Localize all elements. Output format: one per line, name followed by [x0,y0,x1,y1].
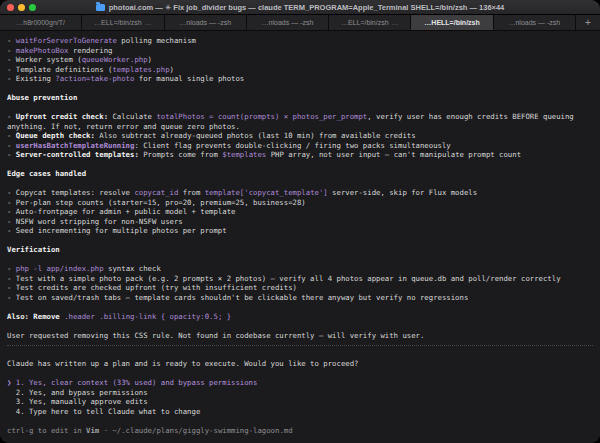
terminal-line: - Per-plan step counts (starter=15, pro=… [7,198,593,208]
terminal-line: - NSFW word stripping for non-NSFW users [7,217,593,227]
terminal-line: - Seed incrementing for multiple photos … [7,226,593,236]
tab-label: …nloads — -zsh [179,19,231,26]
tab-activity-indicator: … [392,19,399,26]
terminal-line: - Auto-frontpage for admin + public mode… [7,207,593,217]
tab-5[interactable]: …ELL=/bin/zsh… [329,15,411,30]
new-tab-button[interactable]: + [576,15,600,30]
terminal-line [7,236,593,246]
window-title-wrap: photoai.com — ✳ Fix job_divider bugs — c… [0,3,600,12]
terminal-line [7,321,593,331]
terminal-line: - Test credits are checked upfront (try … [7,283,593,293]
tab-1[interactable]: …h8r0000gn/T/ [0,15,82,30]
title-bar: photoai.com — ✳ Fix job_divider bugs — c… [0,0,600,15]
terminal-line: Also: Remove .header .billing-link { opa… [7,312,593,322]
terminal-line: - Copycat templates: resolve copycat_id … [7,188,593,198]
terminal-line [7,416,593,426]
terminal-line: anything. If not, return error and queue… [7,122,593,132]
tab-4[interactable]: …nloads — -zsh [247,15,329,30]
terminal-line [7,103,593,113]
terminal-output: - waitForServerToGenerate polling mechan… [7,36,593,435]
terminal-line [7,255,593,265]
terminal-line: - waitForServerToGenerate polling mechan… [7,36,593,46]
tab-activity-indicator: … [145,19,152,26]
terminal-line: - php -l app/index.php syntax check [7,264,593,274]
tab-label: …nloads — -zsh [508,19,560,26]
section-header-abuse-prevention: Abuse prevention [7,93,593,103]
terminal-line: - Queue depth check: Also subtract alrea… [7,131,593,141]
plan-option-4[interactable]: 4. Type here to tell Claude what to chan… [7,407,593,417]
tab-2[interactable]: …ELL=/bin/zsh… [82,15,164,30]
terminal-line: - userHasBatchTemplateRunning: Client fl… [7,141,593,151]
terminal-line [7,84,593,94]
terminal-line: - Existing ?action=take-photo for manual… [7,74,593,84]
terminal-line: - Test on saved/trash tabs — template ca… [7,293,593,303]
terminal-line [7,350,593,360]
section-header-edge-cases: Edge cases handled [7,169,593,179]
tab-label: …h8r0000gn/T/ [16,19,65,26]
plan-option-3[interactable]: 3. Yes, manually approve edits [7,397,593,407]
terminal-content[interactable]: - waitForServerToGenerate polling mechan… [0,31,600,443]
terminal-window: photoai.com — ✳ Fix job_divider bugs — c… [0,0,600,443]
proceed-question: Claude has written up a plan and is read… [7,359,593,369]
tab-label: …nloads — -zsh [262,19,314,26]
tab-6[interactable]: …HELL=/bin/zsh [411,15,493,30]
terminal-line [7,302,593,312]
tab-bar-tabs: …h8r0000gn/T/…ELL=/bin/zsh……nloads — -zs… [0,15,576,30]
terminal-line: - Server-controlled templates: Prompts c… [7,150,593,160]
terminal-line: - makePhotoBox rendering [7,46,593,56]
vim-hint: ctrl-g to edit in Vim · ~/.claude/plans/… [7,426,593,436]
tab-7[interactable]: …nloads — -zsh [494,15,576,30]
tab-label: …ELL=/bin/zsh [341,19,389,26]
section-header-verification: Verification [7,245,593,255]
terminal-line: User requested removing this CSS rule. N… [7,331,593,341]
tab-3[interactable]: …nloads — -zsh [165,15,247,30]
plan-option-2[interactable]: 2. Yes, and bypass permissions [7,388,593,398]
divider-line [7,340,593,350]
tab-bar: …h8r0000gn/T/…ELL=/bin/zsh……nloads — -zs… [0,15,600,31]
tab-label: …HELL=/bin/zsh [424,19,479,26]
terminal-line [7,369,593,379]
tab-label: …ELL=/bin/zsh [94,19,142,26]
terminal-line: - Test with a simple photo pack (e.g. 2 … [7,274,593,284]
plan-option-1[interactable]: ❯ 1. Yes, clear context (33% used) and b… [7,378,593,388]
terminal-line: - Worker system (queueWorker.php) [7,55,593,65]
window-title: photoai.com — ✳ Fix job_divider bugs — c… [109,3,505,12]
terminal-line: - Template definitions (templates.php) [7,65,593,75]
folder-icon [96,4,105,11]
terminal-line: - Upfront credit check: Calculate totalP… [7,112,593,122]
terminal-line [7,179,593,189]
terminal-line [7,160,593,170]
